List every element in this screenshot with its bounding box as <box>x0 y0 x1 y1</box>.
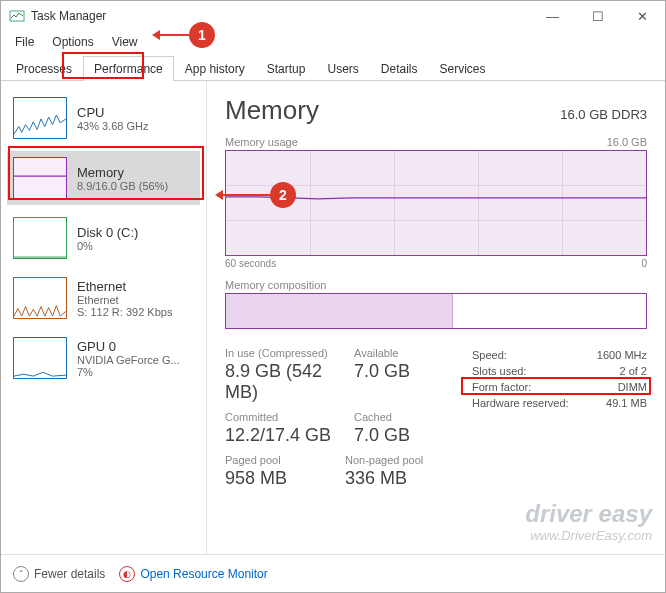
annotation-badge-1: 1 <box>189 22 215 48</box>
hw-label: Hardware reserved: <box>472 397 569 409</box>
content: CPU 43% 3.68 GHz Memory 8.9/16.0 GB (56%… <box>1 81 665 554</box>
cpu-sub: 43% 3.68 GHz <box>77 120 149 132</box>
form-value: DIMM <box>618 381 647 393</box>
open-resource-monitor-link[interactable]: ◐ Open Resource Monitor <box>119 566 267 582</box>
speed-value: 1600 MHz <box>597 349 647 361</box>
ethernet-title: Ethernet <box>77 279 172 294</box>
gpu-sub: 7% <box>77 366 180 378</box>
sidebar-item-cpu[interactable]: CPU 43% 3.68 GHz <box>7 91 200 145</box>
tab-services[interactable]: Services <box>429 56 497 81</box>
memory-title: Memory <box>77 165 168 180</box>
nonpaged-label: Non-paged pool <box>345 454 454 466</box>
cached-value: 7.0 GB <box>354 425 454 446</box>
tabs: Processes Performance App history Startu… <box>1 53 665 81</box>
memory-sparkline <box>13 157 67 199</box>
gpu-sparkline <box>13 337 67 379</box>
tab-users[interactable]: Users <box>316 56 369 81</box>
xaxis-right: 0 <box>641 258 647 269</box>
composition-inuse <box>226 294 453 328</box>
slots-label: Slots used: <box>472 365 526 377</box>
annotation-arrow-2 <box>218 194 270 196</box>
ethernet-sparkline <box>13 277 67 319</box>
cpu-title: CPU <box>77 105 149 120</box>
minimize-button[interactable]: — <box>530 1 575 31</box>
gpu-title: GPU 0 <box>77 339 180 354</box>
fewer-details-button[interactable]: ˄ Fewer details <box>13 566 105 582</box>
app-icon <box>9 8 25 24</box>
menu-options[interactable]: Options <box>44 33 101 51</box>
fewer-details-label: Fewer details <box>34 567 105 581</box>
inuse-value: 8.9 GB (542 MB) <box>225 361 354 403</box>
annotation-arrow-1 <box>155 34 189 36</box>
composition-free <box>453 294 646 328</box>
tab-processes[interactable]: Processes <box>5 56 83 81</box>
menubar: File Options View <box>1 31 665 53</box>
close-button[interactable]: ✕ <box>620 1 665 31</box>
ethernet-sub2: Ethernet <box>77 294 172 306</box>
resmon-icon: ◐ <box>119 566 135 582</box>
tab-startup[interactable]: Startup <box>256 56 317 81</box>
xaxis-left: 60 seconds <box>225 258 276 269</box>
ethernet-sub: S: 112 R: 392 Kbps <box>77 306 172 318</box>
gpu-sub2: NVIDIA GeForce G... <box>77 354 180 366</box>
titlebar: Task Manager — ☐ ✕ <box>1 1 665 31</box>
composition-label: Memory composition <box>225 279 326 291</box>
task-manager-window: Task Manager — ☐ ✕ File Options View Pro… <box>0 0 666 593</box>
sidebar: CPU 43% 3.68 GHz Memory 8.9/16.0 GB (56%… <box>1 81 207 554</box>
disk-sub: 0% <box>77 240 138 252</box>
paged-value: 958 MB <box>225 468 345 489</box>
sidebar-item-gpu[interactable]: GPU 0 NVIDIA GeForce G... 7% <box>7 331 200 385</box>
annotation-badge-2: 2 <box>270 182 296 208</box>
memory-composition-bar[interactable] <box>225 293 647 329</box>
footer: ˄ Fewer details ◐ Open Resource Monitor <box>1 554 665 592</box>
resmon-label: Open Resource Monitor <box>140 567 267 581</box>
maximize-button[interactable]: ☐ <box>575 1 620 31</box>
inuse-label: In use (Compressed) <box>225 347 354 359</box>
usage-label: Memory usage <box>225 136 298 148</box>
disk-sparkline <box>13 217 67 259</box>
committed-label: Committed <box>225 411 354 423</box>
page-title: Memory <box>225 95 319 126</box>
menu-file[interactable]: File <box>7 33 42 51</box>
sidebar-item-disk[interactable]: Disk 0 (C:) 0% <box>7 211 200 265</box>
hw-value: 49.1 MB <box>606 397 647 409</box>
menu-view[interactable]: View <box>104 33 146 51</box>
available-value: 7.0 GB <box>354 361 454 382</box>
tab-app-history[interactable]: App history <box>174 56 256 81</box>
memory-spec: 16.0 GB DDR3 <box>560 107 647 122</box>
disk-title: Disk 0 (C:) <box>77 225 138 240</box>
sidebar-item-ethernet[interactable]: Ethernet Ethernet S: 112 R: 392 Kbps <box>7 271 200 325</box>
usage-max: 16.0 GB <box>607 136 647 148</box>
slots-value: 2 of 2 <box>619 365 647 377</box>
nonpaged-value: 336 MB <box>345 468 454 489</box>
paged-label: Paged pool <box>225 454 345 466</box>
window-title: Task Manager <box>31 9 530 23</box>
tab-performance[interactable]: Performance <box>83 56 174 81</box>
main-panel: Memory 16.0 GB DDR3 Memory usage 16.0 GB… <box>207 81 665 554</box>
tab-details[interactable]: Details <box>370 56 429 81</box>
sidebar-item-memory[interactable]: Memory 8.9/16.0 GB (56%) <box>7 151 200 205</box>
chevron-up-icon: ˄ <box>13 566 29 582</box>
cached-label: Cached <box>354 411 454 423</box>
committed-value: 12.2/17.4 GB <box>225 425 354 446</box>
speed-label: Speed: <box>472 349 507 361</box>
cpu-sparkline <box>13 97 67 139</box>
form-label: Form factor: <box>472 381 531 393</box>
available-label: Available <box>354 347 454 359</box>
stats: In use (Compressed) 8.9 GB (542 MB) Avai… <box>225 347 647 497</box>
memory-sub: 8.9/16.0 GB (56%) <box>77 180 168 192</box>
